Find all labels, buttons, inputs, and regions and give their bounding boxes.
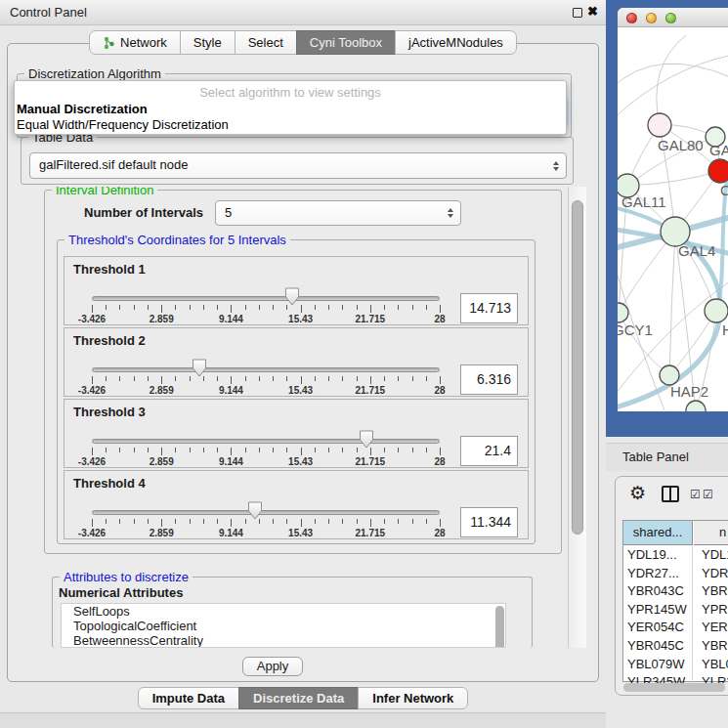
popup-option-manual-discretization[interactable]: Manual Discretization — [17, 102, 564, 116]
tab-impute-data[interactable]: Impute Data — [138, 687, 239, 709]
tick-mark — [231, 305, 232, 313]
control-panel: Control Panel ✖ Network Style Select Cyn… — [0, 0, 606, 728]
tick-mark — [190, 519, 191, 524]
threshold-3-slider[interactable]: -3.4262.8599.14415.4321.71528 — [92, 435, 440, 468]
tick-mark — [357, 305, 358, 310]
node-label: GAL80 — [658, 137, 704, 153]
column-header-name[interactable]: n — [694, 521, 728, 545]
slider-tick-labels: -3.4262.8599.14415.4321.71528 — [92, 528, 440, 539]
gear-icon[interactable]: ⚙ — [629, 482, 646, 504]
tick-mark — [398, 305, 399, 310]
table-panel: ⚙ ☑ ☑ shared... n YDL19...YDL1 YDR27...Y… — [615, 476, 728, 696]
list-item[interactable]: SelfLoops — [62, 604, 505, 619]
threshold-value-field[interactable]: 14.713 — [460, 293, 518, 323]
tab-style[interactable]: Style — [180, 30, 236, 55]
table-data-combobox[interactable]: galFiltered.sif default node — [29, 152, 567, 179]
table-row[interactable]: YBR045CYBR0 — [623, 637, 728, 656]
popup-option-equal-width-frequency[interactable]: Equal Width/Frequency Discretization — [17, 117, 564, 132]
network-view-window[interactable]: GAL80 GA C GAL11 GAL4 GCY1 H HAP2 — [618, 8, 728, 411]
tick-mark — [259, 305, 260, 310]
list-scrollbar[interactable] — [495, 606, 504, 648]
threshold-1-slider[interactable]: -3.4262.8599.14415.4321.71528 — [92, 292, 440, 325]
close-icon[interactable]: ✖ — [587, 4, 598, 19]
node-gal80 — [648, 113, 671, 137]
tab-network[interactable]: Network — [89, 30, 181, 55]
tick-label: 15.43 — [288, 314, 313, 324]
panel-scrollbar[interactable] — [568, 187, 586, 648]
table-row[interactable]: YPR145WYPR1 — [623, 601, 728, 620]
tick-mark — [231, 448, 232, 455]
minimize-traffic-light-icon[interactable] — [646, 13, 657, 23]
tick-mark — [370, 305, 371, 313]
table-row[interactable]: YBR043CYBR0 — [623, 582, 728, 601]
scrollbar-thumb[interactable] — [572, 200, 583, 535]
tab-infer-network[interactable]: Infer Network — [358, 687, 468, 709]
table-row[interactable]: YLR345WYLR3 — [623, 673, 728, 683]
float-window-icon[interactable] — [573, 8, 582, 18]
table-row[interactable]: YER054CYER0 — [623, 619, 728, 637]
apply-button[interactable]: Apply — [242, 657, 303, 676]
slider-track[interactable] — [92, 439, 440, 444]
tab-label: Network — [120, 31, 167, 54]
column-header-shared[interactable]: shared... — [623, 521, 693, 545]
slider-track[interactable] — [92, 510, 440, 515]
number-of-intervals-combobox[interactable]: 5 — [215, 200, 461, 226]
tick-mark — [161, 519, 162, 527]
threshold-2-slider[interactable]: -3.4262.8599.14415.4321.71528 — [92, 364, 440, 397]
list-item[interactable]: BetweennessCentrality — [62, 633, 505, 648]
slider-track[interactable] — [92, 367, 440, 372]
threshold-label: Threshold 3 — [73, 405, 146, 419]
tick-mark — [92, 448, 93, 455]
tick-mark — [412, 376, 413, 381]
tick-mark — [273, 376, 274, 381]
numerical-attributes-list[interactable]: SelfLoops TopologicalCoefficient Between… — [61, 603, 506, 648]
tick-label: 21.715 — [356, 385, 386, 396]
tick-mark — [245, 519, 246, 524]
table-row[interactable]: YDR27...YDR2 — [623, 565, 728, 583]
slider-thumb[interactable] — [193, 359, 207, 377]
network-window-titlebar[interactable] — [618, 8, 728, 27]
tab-discretize-data[interactable]: Discretize Data — [238, 687, 359, 709]
tick-mark — [217, 519, 218, 524]
tick-mark — [273, 305, 274, 310]
threshold-label: Threshold 4 — [73, 476, 146, 491]
tick-mark — [315, 519, 316, 524]
tab-label: Style — [193, 31, 222, 54]
threshold-value-field[interactable]: 6.316 — [460, 364, 518, 395]
tick-mark — [134, 448, 135, 452]
control-panel-titlebar: Control Panel ✖ — [0, 0, 606, 25]
horizontal-scrollbar[interactable] — [623, 683, 725, 692]
tick-label: 2.859 — [150, 385, 174, 396]
threshold-value-field[interactable]: 11.344 — [460, 507, 518, 537]
threshold-label: Threshold 1 — [73, 262, 146, 277]
close-traffic-light-icon[interactable] — [626, 13, 637, 23]
tab-cyni-toolbox[interactable]: Cyni Toolbox — [296, 30, 396, 55]
split-columns-icon[interactable] — [662, 486, 679, 502]
slider-thumb[interactable] — [285, 287, 300, 306]
tick-mark — [148, 448, 149, 452]
bottom-tab-strip: Impute Data Discretize Data Infer Networ… — [0, 687, 606, 710]
table-row[interactable]: YBL079WYBL0 — [623, 656, 728, 674]
zoom-traffic-light-icon[interactable] — [665, 13, 676, 23]
slider-track[interactable] — [92, 296, 440, 301]
network-canvas[interactable]: GAL80 GA C GAL11 GAL4 GCY1 H HAP2 — [618, 27, 728, 411]
checkbox-icon[interactable]: ☑ — [703, 488, 713, 501]
slider-thumb[interactable] — [360, 430, 374, 449]
tick-mark — [119, 305, 120, 310]
tick-mark — [328, 519, 329, 524]
tick-mark — [119, 376, 120, 381]
threshold-value-field[interactable]: 21.4 — [460, 436, 518, 466]
tick-mark — [245, 376, 246, 381]
node-label: GAL4 — [678, 242, 715, 259]
table-row[interactable]: YDL19...YDL1 — [623, 546, 728, 565]
checkbox-icon[interactable]: ☑ — [690, 488, 701, 501]
slider-thumb[interactable] — [248, 501, 263, 520]
tick-label: 21.715 — [356, 456, 386, 467]
tick-label: 21.715 — [356, 528, 386, 538]
list-item[interactable]: TopologicalCoefficient — [62, 619, 505, 633]
tab-jactivemnodules[interactable]: jActiveMNodules — [395, 30, 517, 55]
threshold-4-slider[interactable]: -3.4262.8599.14415.4321.71528 — [92, 506, 440, 539]
tick-mark — [190, 305, 191, 310]
tab-select[interactable]: Select — [235, 30, 297, 55]
tick-mark — [315, 448, 316, 452]
